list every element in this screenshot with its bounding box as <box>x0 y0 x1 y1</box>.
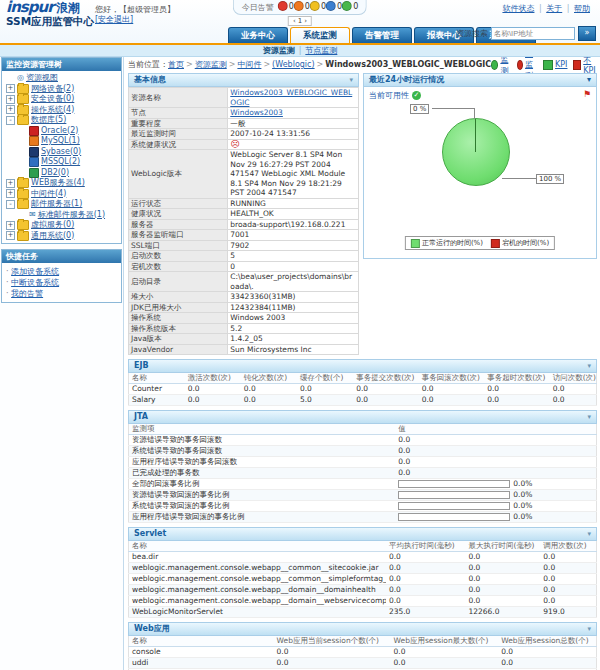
breadcrumb: 当前位置：首页>资源监测>中间件>(Weblogic)>Windows2003_… <box>128 59 491 70</box>
collapse-icon[interactable]: ▾ <box>587 74 591 86</box>
pie-panel-title: 最近24小时运行情况 <box>369 74 444 86</box>
table-cell: 0.0 <box>391 647 499 658</box>
breadcrumb-item[interactable]: (Weblogic) <box>272 60 315 69</box>
tree-item[interactable]: MSSQL(2) <box>4 157 119 168</box>
alarm-badge-critical[interactable]: 0 <box>278 1 294 11</box>
collapse-icon[interactable]: - <box>6 116 15 125</box>
table-cell: weblogic.management.console.webapp__doma… <box>129 596 386 607</box>
info-value-link[interactable]: Windows2003 <box>230 108 283 117</box>
tab-告警管理[interactable]: 告警管理 <box>352 27 412 43</box>
collapse-icon[interactable]: ▾ <box>587 411 591 423</box>
search-go-button[interactable]: » <box>578 26 596 41</box>
expand-icon[interactable]: + <box>6 105 15 114</box>
alarm-badge-normal[interactable]: 0 <box>342 1 358 11</box>
subnav-节点监测[interactable]: 节点监测 <box>305 46 337 55</box>
action-KPI[interactable]: KPI <box>543 60 567 70</box>
tree-item[interactable]: +通用系统(0) <box>4 231 119 242</box>
table-row: console0.00.00.0 <box>129 647 597 658</box>
不KPI-icon <box>573 60 581 70</box>
quick-task-link[interactable]: 中断设备系统 <box>11 278 59 287</box>
tab-bar: 业务中心系统监测告警管理报表中心系统设置 资源搜索 » <box>0 26 600 45</box>
expand-icon[interactable]: + <box>6 179 15 188</box>
jta-metric-label: 资源错误导致回滚的事务比例 <box>129 490 396 501</box>
breadcrumb-item[interactable]: 中间件 <box>237 60 261 69</box>
folder-icon <box>17 94 29 104</box>
resource-tree: ◎资源视图+网络设备(2)+安全设备(0)+操作系统(4)-数据库(5)Orac… <box>2 73 121 241</box>
table-cell: 0.0 <box>419 395 485 406</box>
table-cell: 0.0 <box>484 395 550 406</box>
breadcrumb-separator: > <box>229 60 236 69</box>
info-value-link[interactable]: Windows2003_WEBLOGIC_WEBLOGIC <box>230 88 352 107</box>
breadcrumb-item[interactable]: Windows2003_WEBLOGIC_WEBLOGIC <box>325 60 491 69</box>
collapse-icon[interactable]: ▾ <box>587 360 591 372</box>
table-cell: 0.0 <box>185 384 241 395</box>
column-header: 名称 <box>129 541 386 552</box>
folder-icon <box>17 199 29 209</box>
table-cell: weblogic.management.console.webapp__doma… <box>129 585 386 596</box>
alarm-badge-major[interactable]: 0 <box>294 1 310 11</box>
action-不KPI[interactable]: 不KPI <box>573 55 597 75</box>
table-cell: 0.0 <box>241 395 297 406</box>
normal-severity-icon <box>342 1 352 11</box>
expand-icon[interactable]: + <box>6 231 15 240</box>
info-value: 一般 <box>228 118 359 129</box>
tree-item[interactable]: Sybase(0) <box>4 147 119 158</box>
alarm-badge-minor[interactable]: 0 <box>310 1 326 11</box>
breadcrumb-separator: > <box>317 60 324 69</box>
webapp-title: Web应用 <box>134 623 170 635</box>
folder-icon <box>17 178 29 188</box>
table-cell: 0.0 <box>498 647 596 658</box>
jta-value-text: 0.0 <box>398 435 410 444</box>
tree-item-label: 虚拟服务(0) <box>31 220 74 231</box>
expand-icon[interactable]: + <box>6 221 15 230</box>
tree-item[interactable]: Oracle(2) <box>4 126 119 137</box>
tree-item[interactable]: MySQL(1) <box>4 136 119 147</box>
collapse-icon[interactable]: - <box>6 200 15 209</box>
subnav-资源监测[interactable]: 资源监测 <box>263 46 295 55</box>
expand-icon[interactable]: + <box>6 189 15 198</box>
info-label: SSL端口 <box>129 240 228 251</box>
alarm-pager[interactable]: ‹ 1 › <box>288 16 312 26</box>
table-row: weblogic.management.console.webapp__doma… <box>129 585 597 596</box>
tab-系统监测[interactable]: 系统监测 <box>290 27 350 43</box>
quick-task-link[interactable]: 我的告警 <box>11 289 43 298</box>
tree-item[interactable]: -邮件服务器(1) <box>4 199 119 210</box>
alarm-count: 0 <box>353 2 358 11</box>
info-value: Windows2003 <box>228 108 359 119</box>
info-label: 系统健康状况 <box>129 139 228 150</box>
info-row: 宕机次数0 <box>129 261 359 272</box>
search-input[interactable] <box>491 27 575 40</box>
header-link-1[interactable]: 关于 <box>546 4 562 13</box>
collapse-icon[interactable]: ▾ <box>587 623 591 635</box>
tab-业务中心[interactable]: 业务中心 <box>228 27 288 43</box>
logout-link[interactable]: [安全退出] <box>95 15 133 24</box>
info-value: 0 <box>228 261 359 272</box>
breadcrumb-item[interactable]: 资源监测 <box>195 60 227 69</box>
header-link-0[interactable]: 软件状态 <box>502 4 534 13</box>
info-value: broada-support\192.168.0.221 <box>228 219 359 230</box>
expand-icon[interactable]: + <box>6 84 15 93</box>
jta-metric-label: 应用程序错误导致回滚的事务比例 <box>129 512 396 523</box>
table-row: 应用程序错误导致回滚的事务比例0.0% <box>129 512 597 523</box>
alarm-badge-info[interactable]: 0 <box>326 1 342 11</box>
tasks-panel-title: 快捷任务 <box>2 250 121 263</box>
alert-flag-icon[interactable]: ⚑ <box>583 89 591 99</box>
quick-task-link[interactable]: 添加设备系统 <box>11 267 59 276</box>
breadcrumb-item[interactable]: 首页 <box>168 60 184 69</box>
pager-next-icon[interactable]: › <box>304 17 307 25</box>
collapse-icon[interactable]: ▾ <box>587 528 591 540</box>
info-row: 资源名称Windows2003_WEBLOGIC_WEBLOGIC <box>129 88 359 108</box>
jta-value-text: 0.0% <box>513 479 532 488</box>
collapse-icon[interactable]: ▾ <box>349 74 353 86</box>
header-link-2[interactable]: 帮助 <box>574 4 590 13</box>
info-label: 运行状态 <box>129 198 228 209</box>
pager-prev-icon[interactable]: ‹ <box>293 17 296 25</box>
expand-icon[interactable]: + <box>6 95 15 104</box>
jta-metric-value: 0.0% <box>395 479 596 490</box>
tree-item[interactable]: -数据库(5) <box>4 115 119 126</box>
info-row: SSL端口7902 <box>129 240 359 251</box>
table-cell: 0.0 <box>465 574 540 585</box>
database-icon <box>29 147 39 157</box>
info-value: 7001 <box>228 230 359 241</box>
tree-item-label: MySQL(1) <box>41 136 80 147</box>
